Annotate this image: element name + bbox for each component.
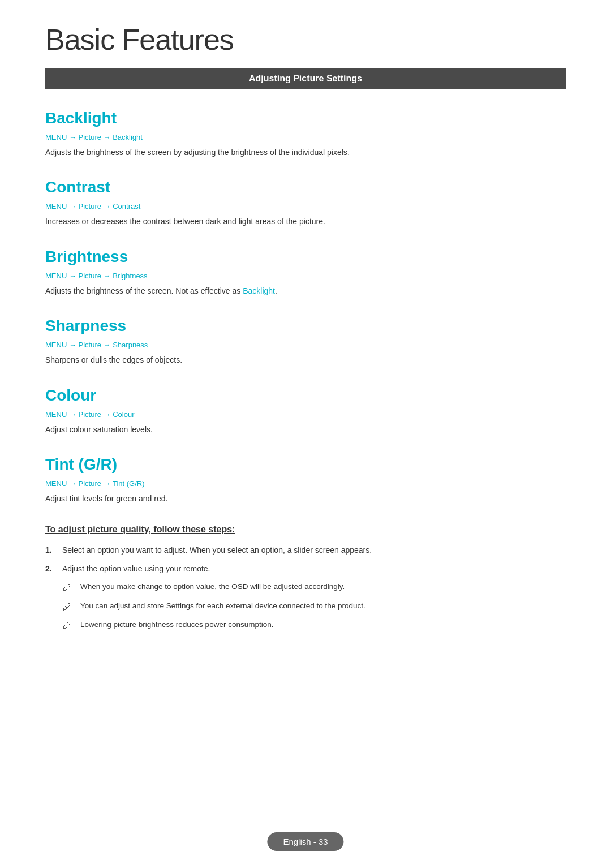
feature-desc-tint: Adjust tint levels for green and red.	[45, 492, 566, 505]
section-header: Adjusting Picture Settings	[45, 68, 566, 89]
menu-path-brightness: MENU → Picture → Brightness	[45, 272, 566, 280]
feature-section-brightness: Brightness MENU → Picture → Brightness A…	[45, 248, 566, 297]
feature-section-sharpness: Sharpness MENU → Picture → Sharpness Sha…	[45, 317, 566, 366]
feature-title-tint: Tint (G/R)	[45, 456, 566, 474]
note-text-2: You can adjust and store Settings for ea…	[80, 600, 365, 612]
menu-path-tint: MENU → Picture → Tint (G/R)	[45, 479, 566, 488]
step-number-2: 2.	[45, 562, 59, 575]
picture-link-sharpness[interactable]: Picture	[79, 341, 101, 349]
note-text-3: Lowering picture brightness reduces powe…	[80, 618, 273, 631]
step-text-1: Select an option you want to adjust. Whe…	[62, 544, 372, 556]
feature-title-contrast: Contrast	[45, 178, 566, 196]
page-title: Basic Features	[45, 23, 566, 57]
note-item-1: 🖊 When you make change to option value, …	[62, 581, 566, 595]
step-item-1: 1. Select an option you want to adjust. …	[45, 544, 566, 556]
step-text-2: Adjust the option value using your remot…	[62, 562, 210, 575]
menu-path-sharpness: MENU → Picture → Sharpness	[45, 341, 566, 349]
step-number-1: 1.	[45, 544, 59, 556]
feature-desc-sharpness: Sharpens or dulls the edges of objects.	[45, 354, 566, 366]
colour-link[interactable]: Colour	[113, 410, 134, 419]
feature-title-colour: Colour	[45, 386, 566, 405]
feature-desc-colour: Adjust colour saturation levels.	[45, 423, 566, 436]
feature-section-tint: Tint (G/R) MENU → Picture → Tint (G/R) A…	[45, 456, 566, 505]
note-item-2: 🖊 You can adjust and store Settings for …	[62, 600, 566, 615]
page-container: Basic Features Adjusting Picture Setting…	[0, 0, 611, 683]
feature-title-brightness: Brightness	[45, 248, 566, 266]
note-text-1: When you make change to option value, th…	[80, 581, 345, 593]
note-item-3: 🖊 Lowering picture brightness reduces po…	[62, 618, 566, 633]
brightness-link[interactable]: Brightness	[113, 272, 147, 280]
feature-desc-brightness: Adjusts the brightness of the screen. No…	[45, 285, 566, 297]
backlight-inline-link[interactable]: Backlight	[243, 286, 275, 295]
menu-path-colour: MENU → Picture → Colour	[45, 410, 566, 419]
feature-section-backlight: Backlight MENU → Picture → Backlight Adj…	[45, 109, 566, 158]
steps-section: To adjust picture quality, follow these …	[45, 525, 566, 633]
sharpness-link[interactable]: Sharpness	[113, 341, 148, 349]
picture-link-backlight[interactable]: Picture	[79, 133, 101, 141]
tint-link[interactable]: Tint (G/R)	[113, 479, 145, 488]
steps-heading: To adjust picture quality, follow these …	[45, 525, 566, 535]
feature-title-sharpness: Sharpness	[45, 317, 566, 335]
footer-label: English - 33	[267, 832, 343, 851]
picture-link-tint[interactable]: Picture	[79, 479, 101, 488]
contrast-link[interactable]: Contrast	[113, 202, 140, 210]
menu-path-contrast: MENU → Picture → Contrast	[45, 202, 566, 210]
feature-desc-backlight: Adjusts the brightness of the screen by …	[45, 146, 566, 158]
picture-link-brightness[interactable]: Picture	[79, 272, 101, 280]
step-item-2: 2. Adjust the option value using your re…	[45, 562, 566, 575]
note-icon-2: 🖊	[62, 600, 78, 615]
feature-title-backlight: Backlight	[45, 109, 566, 127]
note-icon-1: 🖊	[62, 581, 78, 595]
menu-path-backlight: MENU → Picture → Backlight	[45, 133, 566, 141]
backlight-link[interactable]: Backlight	[113, 133, 143, 141]
note-icon-3: 🖊	[62, 618, 78, 633]
picture-link-colour[interactable]: Picture	[79, 410, 101, 419]
feature-desc-contrast: Increases or decreases the contrast betw…	[45, 215, 566, 227]
feature-section-contrast: Contrast MENU → Picture → Contrast Incre…	[45, 178, 566, 227]
feature-section-colour: Colour MENU → Picture → Colour Adjust co…	[45, 386, 566, 436]
picture-link-contrast[interactable]: Picture	[79, 202, 101, 210]
